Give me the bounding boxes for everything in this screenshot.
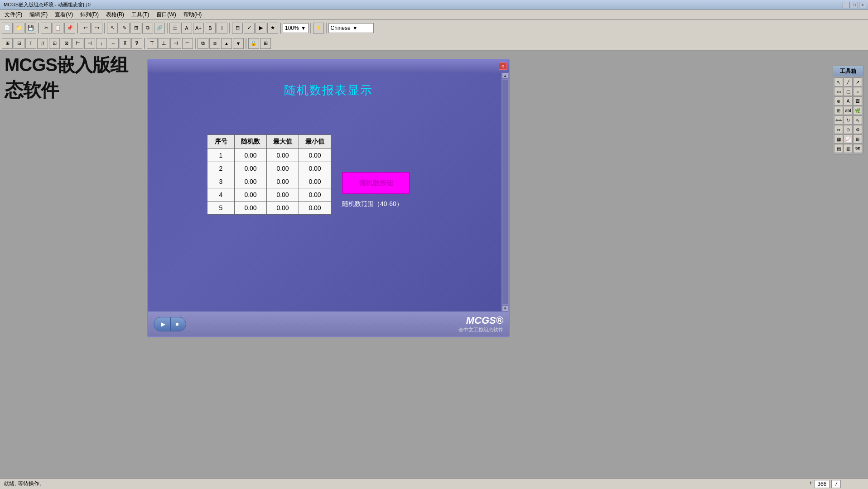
menu-help[interactable]: 帮助(H) <box>181 10 205 19</box>
tool-report-btn[interactable]: ▥ <box>844 144 853 153</box>
toolbar-pencil-btn[interactable]: ✎ <box>119 23 130 34</box>
tb2-btn7[interactable]: ⊢ <box>72 38 83 49</box>
toolbar-run-btn[interactable]: ▶ <box>256 23 266 34</box>
canvas-scrollbar[interactable]: ▲ ▼ <box>502 72 509 312</box>
tool-text-btn[interactable]: A <box>844 96 853 105</box>
tool-trend-btn[interactable]: 📈 <box>844 134 853 144</box>
toolbar1: 📄 📁 💾 ✂ 📋 📌 ↩ ↪ ↖ ✎ ⊞ ⧉ 🔗 ☰ A A+ B I ⊟ ✓… <box>0 20 868 36</box>
stop-button[interactable]: ■ <box>170 317 186 331</box>
scroll-down-btn[interactable]: ▼ <box>502 305 508 312</box>
tool-zoom-in-btn[interactable]: ⊕ <box>834 96 843 105</box>
language-dropdown[interactable]: Chinese ▼ <box>328 23 374 33</box>
toolbar-grid-btn[interactable]: ⊞ <box>130 23 141 34</box>
maximize-button[interactable]: □ <box>851 2 858 8</box>
tb2-btn10[interactable]: ↔ <box>108 38 119 49</box>
col-header-random: 随机数 <box>235 135 267 149</box>
tb2-group-btn[interactable]: ⧉ <box>198 38 208 49</box>
menu-file[interactable]: 文件(F) <box>2 10 25 19</box>
canvas-close-button[interactable]: × <box>499 62 507 70</box>
tool-rotate-btn[interactable]: ↻ <box>844 115 853 125</box>
tb2-btn12[interactable]: ⊽ <box>131 38 142 49</box>
toolbar-redo-btn[interactable]: ↪ <box>92 23 102 34</box>
tb2-front-btn[interactable]: ▲ <box>221 38 232 49</box>
tool-gear-btn[interactable]: ⚙ <box>853 125 862 134</box>
toolbar-font-btn[interactable]: A <box>181 23 192 34</box>
toolbar-bold-btn[interactable]: B <box>205 23 216 34</box>
tb2-btn11[interactable]: ⊼ <box>120 38 130 49</box>
scroll-thumb[interactable] <box>502 80 508 304</box>
brand-main-text: MCGS® <box>458 315 503 326</box>
cell-random: 0.00 <box>235 201 267 215</box>
tool-image-btn[interactable]: 🖼 <box>853 96 862 105</box>
tool-curve-btn[interactable]: ∿ <box>853 115 862 125</box>
toolbar-run2-btn[interactable]: ⚡ <box>313 23 324 34</box>
toolbar-save-btn[interactable]: 💾 <box>25 23 36 34</box>
menu-edit[interactable]: 编辑(E) <box>27 10 50 19</box>
toolbar-fontsz-btn[interactable]: A+ <box>193 23 204 34</box>
tb2-ungroup-btn[interactable]: ⧈ <box>209 38 220 49</box>
tool-move-btn[interactable]: ⟺ <box>834 115 843 125</box>
tool-clock-btn[interactable]: ⊙ <box>844 125 853 134</box>
tb2-btn3[interactable]: T <box>25 38 36 49</box>
tb2-grid2-btn[interactable]: ⊞ <box>260 38 271 49</box>
tool-align-h-btn[interactable]: ⇔ <box>834 125 843 134</box>
cell-random: 0.00 <box>235 188 267 201</box>
toolbar-component-btn[interactable]: ⧉ <box>142 23 153 34</box>
tool-map-icon-btn[interactable]: 🗺 <box>853 144 862 153</box>
tb2-back-btn[interactable]: ▼ <box>233 38 244 49</box>
toolbar-copy-btn[interactable]: 📋 <box>53 23 63 34</box>
menu-table[interactable]: 表格(B) <box>103 10 127 19</box>
tb2-btn4[interactable]: |T <box>37 38 48 49</box>
tool-table-grid-btn[interactable]: ⊞ <box>853 134 862 144</box>
toolbar-check-btn[interactable]: ✓ <box>244 23 255 34</box>
toolbar-sep8 <box>326 23 327 34</box>
toolbar-link-btn[interactable]: 🔗 <box>154 23 165 34</box>
tool-arrow-line-btn[interactable]: ↗ <box>853 77 862 86</box>
toolbar-new-btn[interactable]: 📄 <box>2 23 13 34</box>
play-button[interactable]: ▶ <box>154 317 170 331</box>
random-button[interactable]: 随机数按钮 <box>342 172 410 194</box>
tb2-align-right[interactable]: ⊢ <box>182 38 193 49</box>
tb2-align-bot[interactable]: ⊥ <box>159 38 169 49</box>
tb2-btn6[interactable]: ⊠ <box>61 38 72 49</box>
tb2-btn2[interactable]: ⊟ <box>14 38 24 49</box>
tool-data-hist-btn[interactable]: ▤ <box>834 144 843 153</box>
toolbar-paste-btn[interactable]: 📌 <box>64 23 75 34</box>
toolbar-star-btn[interactable]: ★ <box>267 23 278 34</box>
menu-window[interactable]: 窗口(W) <box>154 10 178 19</box>
tool-rectangle-btn[interactable]: ▭ <box>834 87 843 96</box>
tool-line-btn[interactable]: ╱ <box>844 77 853 86</box>
tb2-btn8[interactable]: ⊣ <box>84 38 95 49</box>
toolbar-tb-btn[interactable]: ⊟ <box>232 23 243 34</box>
tool-ellipse-btn[interactable]: ○ <box>853 87 862 96</box>
tb2-btn1[interactable]: ⊞ <box>2 38 13 49</box>
toolbar-italic-btn[interactable]: I <box>217 23 227 34</box>
zoom-dropdown[interactable]: 100% ▼ <box>283 23 309 33</box>
close-button[interactable]: × <box>859 2 866 8</box>
tool-pointer-btn[interactable]: ↖ <box>834 77 843 86</box>
tb2-lock-btn[interactable]: 🔒 <box>248 38 259 49</box>
toolbar-align-btn[interactable]: ☰ <box>169 23 180 34</box>
tool-plant-btn[interactable]: 🌿 <box>853 106 862 115</box>
tb2-align-left[interactable]: ⊣ <box>170 38 181 49</box>
menu-arrange[interactable]: 排列(D) <box>77 10 101 19</box>
title-bar-buttons: _ □ × <box>843 2 866 8</box>
toolbar-open-btn[interactable]: 📁 <box>14 23 24 34</box>
tool-rounded-rect-btn[interactable]: ▢ <box>844 87 853 96</box>
toolbar-select-btn[interactable]: ↖ <box>107 23 118 34</box>
tb2-sep2 <box>195 38 196 49</box>
minimize-button[interactable]: _ <box>843 2 850 8</box>
menu-view[interactable]: 查看(V) <box>52 10 76 19</box>
tool-abl-btn[interactable]: abl <box>844 106 853 115</box>
tool-bar-chart-btn[interactable]: ▦ <box>834 134 843 144</box>
tool-component-btn[interactable]: ⊞ <box>834 106 843 115</box>
tb2-btn9[interactable]: ↕ <box>96 38 107 49</box>
tb2-btn5[interactable]: ⊡ <box>49 38 60 49</box>
table-row: 20.000.000.00 <box>207 162 331 175</box>
toolbar-cut-btn[interactable]: ✂ <box>41 23 52 34</box>
toolbar-undo-btn[interactable]: ↩ <box>80 23 91 34</box>
menu-tools[interactable]: 工具(T) <box>129 10 152 19</box>
col-header-max: 最大值 <box>267 135 299 149</box>
tb2-align-top[interactable]: ⊤ <box>147 38 158 49</box>
scroll-up-btn[interactable]: ▲ <box>502 72 508 79</box>
